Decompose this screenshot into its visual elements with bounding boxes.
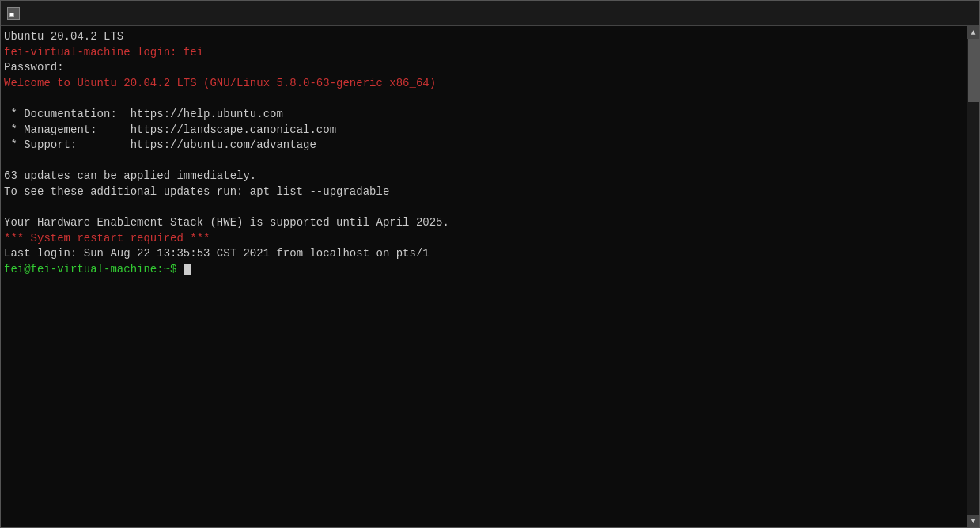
close-button[interactable] bbox=[948, 2, 973, 25]
terminal-line: fei@fei-virtual-machine:~$ bbox=[4, 262, 963, 278]
scrollbar-thumb[interactable] bbox=[968, 39, 979, 102]
terminal-line: fei-virtual-machine login: fei bbox=[4, 45, 963, 61]
terminal-line: Password: bbox=[4, 60, 963, 76]
terminal-line: 63 updates can be applied immediately. bbox=[4, 169, 963, 184]
window-controls bbox=[894, 2, 973, 25]
terminal-line: * Support: https://ubuntu.com/advantage bbox=[4, 138, 963, 154]
terminal-line: * Documentation: https://help.ubuntu.com bbox=[4, 107, 963, 123]
terminal-line: Your Hardware Enablement Stack (HWE) is … bbox=[4, 215, 963, 231]
content-area: Ubuntu 20.04.2 LTSfei-virtual-machine lo… bbox=[1, 26, 979, 527]
app-icon: ▣ bbox=[7, 7, 20, 20]
scrollbar[interactable]: ▲ ▼ bbox=[967, 26, 979, 527]
terminal-line: Welcome to Ubuntu 20.04.2 LTS (GNU/Linux… bbox=[4, 76, 963, 92]
terminal-line: Ubuntu 20.04.2 LTS bbox=[4, 29, 963, 45]
terminal-line bbox=[4, 154, 963, 169]
terminal-output[interactable]: Ubuntu 20.04.2 LTSfei-virtual-machine lo… bbox=[1, 26, 967, 527]
terminal-line: *** System restart required *** bbox=[4, 231, 963, 247]
title-bar: ▣ bbox=[1, 1, 979, 26]
terminal-line bbox=[4, 91, 963, 107]
svg-text:▣: ▣ bbox=[9, 10, 14, 18]
terminal-line: * Management: https://landscape.canonica… bbox=[4, 123, 963, 139]
scrollbar-thumb-area bbox=[967, 39, 979, 515]
telnet-window: ▣ Ubuntu 20.04.2 LTSfei-virtual-machine … bbox=[0, 0, 980, 528]
terminal-line: Last login: Sun Aug 22 13:35:53 CST 2021… bbox=[4, 246, 963, 262]
terminal-line: To see these additional updates run: apt… bbox=[4, 184, 963, 200]
minimize-button[interactable] bbox=[894, 2, 919, 25]
terminal-line bbox=[4, 200, 963, 216]
terminal-cursor bbox=[184, 264, 191, 275]
scroll-down-arrow[interactable]: ▼ bbox=[967, 515, 980, 527]
maximize-button[interactable] bbox=[921, 2, 946, 25]
scroll-up-arrow[interactable]: ▲ bbox=[967, 26, 980, 39]
